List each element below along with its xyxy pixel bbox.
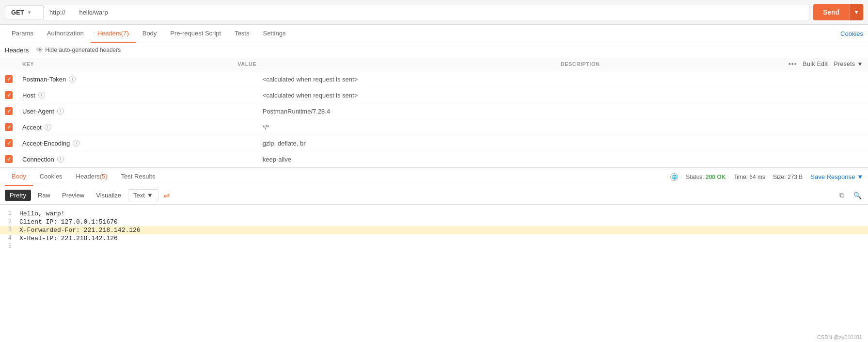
body-format-bar: Pretty Raw Preview Visualize Text ▼ ⇌ ⧉ … [0,186,868,205]
line-number: 2 [0,218,19,225]
code-line-3: 3 X-Forwarded-For: 221.218.142.126 [0,226,868,234]
info-icon[interactable]: i [57,156,64,163]
headers-subbar-label: Headers [5,47,29,54]
line-number: 1 [0,210,19,217]
tab-pre-request-script[interactable]: Pre-request Script [163,25,228,43]
code-line-5: 5 [0,243,868,250]
tab-body[interactable]: Body [136,25,164,43]
footer-credit: CSDN @zy010101 [817,334,862,340]
headers-table-header: KEY VALUE DESCRIPTION ••• Bulk Edit Pres… [0,57,868,71]
send-dropdown-button[interactable]: ▼ [849,4,863,20]
col-key-header: KEY [22,61,237,67]
response-tabs: Body Cookies Headers(5) Test Results 🌐 S… [0,168,868,186]
save-response-button[interactable]: Save Response ▼ [810,173,863,180]
tab-params[interactable]: Params [5,25,40,43]
line-number: 3 [0,227,19,233]
value-label: */* [263,124,623,131]
status-label: Status: 200 OK [686,174,726,180]
resp-tab-cookies[interactable]: Cookies [33,168,69,186]
tab-headers[interactable]: Headers(7) [91,25,136,43]
table-row: Postman-Token i <calculated when request… [0,71,868,87]
status-value: 200 OK [706,174,726,180]
send-button[interactable]: Send [813,4,849,20]
line-content: Hello, warp! [19,210,65,217]
table-row: User-Agent i PostmanRuntime/7.28.4 [0,103,868,119]
cookies-link[interactable]: Cookies [840,30,863,37]
info-icon[interactable]: i [69,76,76,82]
resp-tab-body[interactable]: Body [5,168,33,186]
key-label: Host [22,92,35,99]
key-label: Accept [22,124,42,131]
more-options-icon[interactable]: ••• [789,60,797,68]
line-number: 4 [0,235,19,242]
row-checkbox-2[interactable] [5,107,13,115]
size-value: 273 B [788,174,803,180]
line-content: X-Real-IP: 221.218.142.126 [19,235,118,242]
table-row: Accept-Encoding i gzip, deflate, br [0,135,868,151]
line-content: X-Forwarded-For: 221.218.142.126 [19,227,141,234]
resp-tab-headers[interactable]: Headers(5) [69,168,114,186]
table-row: Connection i keep-alive [0,151,868,167]
method-chevron-icon: ▼ [27,10,32,15]
format-tab-preview[interactable]: Preview [57,190,89,201]
value-label: keep-alive [263,156,623,163]
col-desc-header: DESCRIPTION [561,61,776,67]
tab-settings[interactable]: Settings [256,25,292,43]
info-icon[interactable]: i [73,140,79,147]
table-row: Host i <calculated when request is sent> [0,87,868,103]
save-response-chevron-icon: ▼ [857,173,863,180]
response-status-area: 🌐 Status: 200 OK Time: 64 ms Size: 273 B… [670,173,863,181]
search-button[interactable]: 🔍 [852,190,863,201]
tab-authorization[interactable]: Authorization [40,25,91,43]
copy-button[interactable]: ⧉ [836,190,848,201]
key-label: User-Agent [22,108,54,115]
row-checkbox-3[interactable] [5,123,13,131]
value-label: <calculated when request is sent> [263,76,623,83]
body-format-bar-wrap: Pretty Raw Preview Visualize Text ▼ ⇌ ⧉ … [0,186,868,205]
text-dropdown-chevron-icon: ▼ [147,192,153,199]
code-line-1: 1 Hello, warp! [0,210,868,218]
url-input[interactable] [44,4,809,20]
method-dropdown[interactable]: GET ▼ [5,5,44,19]
size-label: Size: 273 B [773,174,803,180]
send-button-group: Send ▼ [813,4,863,20]
line-content: Client IP: 127.0.0.1:51670 [19,218,118,226]
value-label: PostmanRuntime/7.28.4 [263,108,623,115]
info-icon[interactable]: i [38,92,45,98]
time-value: 64 ms [749,174,765,180]
code-line-4: 4 X-Real-IP: 221.218.142.126 [0,234,868,243]
value-label: <calculated when request is sent> [263,92,623,99]
text-format-dropdown[interactable]: Text ▼ [128,189,158,201]
info-icon[interactable]: i [57,108,64,114]
key-label: Connection [22,156,54,163]
row-checkbox-5[interactable] [5,155,13,163]
info-icon[interactable]: i [45,124,51,130]
request-tabs: Params Authorization Headers(7) Body Pre… [0,25,868,43]
line-number: 5 [0,243,19,250]
method-label: GET [11,9,24,16]
bulk-edit-button[interactable]: Bulk Edit [803,61,828,67]
row-checkbox-4[interactable] [5,139,13,147]
hide-auto-headers-button[interactable]: 👁 Hide auto-generated headers [36,46,121,54]
key-label: Accept-Encoding [22,140,70,147]
resp-tab-test-results[interactable]: Test Results [114,168,162,186]
presets-button[interactable]: Presets ▼ [834,61,863,67]
headers-subbar: Headers 👁 Hide auto-generated headers [0,43,868,57]
globe-icon: 🌐 [670,173,678,181]
format-tab-raw[interactable]: Raw [33,190,55,201]
format-tab-pretty[interactable]: Pretty [5,190,31,201]
value-label: gzip, deflate, br [263,140,623,147]
headers-area: Headers 👁 Hide auto-generated headers KE… [0,43,868,168]
format-tab-visualize[interactable]: Visualize [91,190,126,201]
row-checkbox-1[interactable] [5,91,13,99]
code-line-2: 2 Client IP: 127.0.0.1:51670 [0,218,868,226]
tab-tests[interactable]: Tests [228,25,256,43]
response-code-view: 1 Hello, warp! 2 Client IP: 127.0.0.1:51… [0,205,868,255]
row-checkbox-0[interactable] [5,75,13,83]
response-area: Body Cookies Headers(5) Test Results 🌐 S… [0,168,868,255]
col-actions-header: ••• Bulk Edit Presets ▼ [776,60,863,68]
wrap-lines-icon[interactable]: ⇌ [163,191,170,200]
presets-chevron-icon: ▼ [857,61,863,67]
key-label: Postman-Token [22,76,66,83]
time-label: Time: 64 ms [733,174,765,180]
